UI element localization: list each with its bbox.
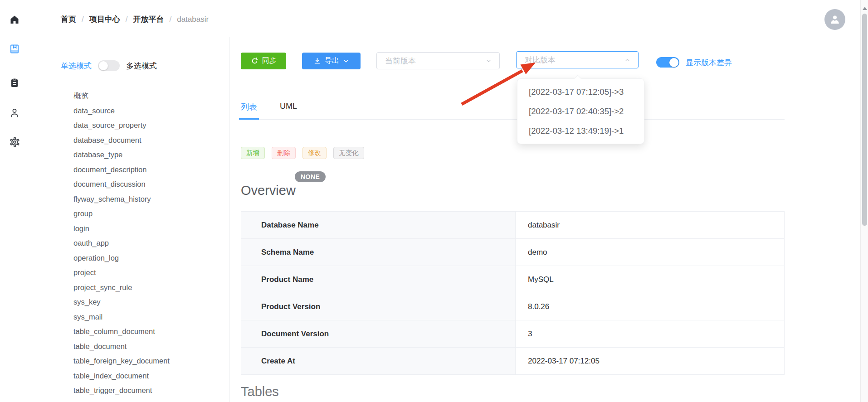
- tab-bar: 列表UML: [241, 102, 785, 120]
- table-list-item[interactable]: 概览: [73, 88, 170, 103]
- row-value: 2022-03-17 07:12:05: [516, 348, 784, 374]
- avatar[interactable]: [824, 9, 845, 30]
- table-row: Product Version8.0.26: [241, 293, 784, 320]
- table-list-item[interactable]: user: [73, 398, 170, 402]
- table-list-item[interactable]: operation_log: [73, 251, 170, 266]
- overview-title: Overview: [241, 183, 296, 198]
- mode-switch-row: 单选模式 多选模式: [61, 59, 157, 72]
- row-label: Product Name: [241, 266, 516, 293]
- tab-uml[interactable]: UML: [280, 102, 297, 119]
- table-list-item[interactable]: database_document: [73, 133, 170, 148]
- table-list-item[interactable]: login: [73, 221, 170, 236]
- icon-rail: [0, 0, 28, 402]
- table-list-item[interactable]: document_description: [73, 162, 170, 177]
- legend-tag-success: 新增: [241, 147, 265, 159]
- table-row: Product NameMySQL: [241, 266, 784, 293]
- tables-section-title: Tables: [241, 384, 279, 399]
- table-row: Database Namedatabasir: [241, 212, 784, 239]
- breadcrumb: 首页/项目中心/开放平台/databasir: [61, 14, 209, 24]
- breadcrumb-item[interactable]: 首页: [61, 14, 76, 24]
- mode-toggle-knob: [99, 61, 108, 70]
- multi-select-mode-label[interactable]: 多选模式: [126, 61, 157, 71]
- table-list-item[interactable]: database_type: [73, 147, 170, 162]
- table-list: 概览data_sourcedata_source_propertydatabas…: [73, 88, 170, 402]
- show-diff-toggle-knob: [669, 58, 678, 67]
- current-version-select[interactable]: 当前版本: [376, 52, 500, 69]
- table-list-item[interactable]: table_trigger_document: [73, 383, 170, 398]
- breadcrumb-separator: /: [126, 15, 128, 24]
- chevron-down-icon: [343, 58, 349, 64]
- version-option[interactable]: [2022-03-17 02:40:35]->2: [517, 102, 644, 121]
- overview-table: Database NamedatabasirSchema NamedemoPro…: [241, 211, 785, 375]
- table-list-item[interactable]: project_sync_rule: [73, 280, 170, 295]
- compare-version-dropdown: [2022-03-17 07:12:05]->3[2022-03-17 02:4…: [517, 78, 644, 144]
- legend-tag-warning: 修改: [302, 147, 327, 159]
- row-value: 3: [516, 320, 784, 347]
- table-list-item[interactable]: sys_mail: [73, 310, 170, 325]
- scrollbar-thumb[interactable]: [862, 14, 867, 226]
- diff-legend: 新增删除修改无变化: [241, 147, 364, 159]
- sync-button[interactable]: 同步: [241, 53, 286, 69]
- breadcrumb-item[interactable]: 项目中心: [89, 14, 120, 24]
- table-list-item[interactable]: data_source_property: [73, 118, 170, 133]
- table-list-item[interactable]: data_source: [73, 103, 170, 118]
- scrollbar[interactable]: [860, 0, 868, 402]
- row-label: Database Name: [241, 212, 516, 238]
- row-label: Product Version: [241, 293, 516, 320]
- sidebar: 单选模式 多选模式 概览data_sourcedata_source_prope…: [28, 37, 229, 402]
- row-value: databasir: [516, 212, 784, 238]
- breadcrumb-separator: /: [82, 15, 84, 24]
- row-value: MySQL: [516, 266, 784, 293]
- clipboard-icon[interactable]: [9, 77, 20, 89]
- table-row: Schema Namedemo: [241, 239, 784, 266]
- row-value: 8.0.26: [516, 293, 784, 320]
- docs-book-icon[interactable]: [9, 43, 20, 55]
- dropdown-options: [2022-03-17 07:12:05]->3[2022-03-17 02:4…: [517, 82, 644, 140]
- tab-list[interactable]: 列表: [241, 102, 257, 119]
- user-icon[interactable]: [9, 107, 20, 119]
- table-list-item[interactable]: oauth_app: [73, 236, 170, 251]
- show-diff-toggle[interactable]: [656, 57, 679, 68]
- compare-version-placeholder: 对比版本: [525, 55, 624, 65]
- scroll-up-arrow-icon[interactable]: [863, 7, 867, 10]
- table-list-item[interactable]: table_document: [73, 339, 170, 354]
- show-diff-label[interactable]: 显示版本差异: [686, 58, 732, 68]
- table-list-item[interactable]: table_foreign_key_document: [73, 354, 170, 368]
- version-option[interactable]: [2022-03-12 13:49:19]->1: [517, 121, 644, 140]
- breadcrumb-item[interactable]: 开放平台: [133, 14, 164, 24]
- version-option[interactable]: [2022-03-17 07:12:05]->3: [517, 82, 644, 102]
- table-list-item[interactable]: table_index_document: [73, 368, 170, 383]
- status-badge: NONE: [295, 171, 326, 182]
- home-icon[interactable]: [9, 14, 20, 25]
- row-label: Document Version: [241, 320, 516, 347]
- table-list-item[interactable]: document_discussion: [73, 177, 170, 192]
- sync-refresh-icon: [251, 57, 258, 65]
- breadcrumb-item[interactable]: databasir: [177, 15, 209, 24]
- legend-tag-info: 无变化: [333, 147, 364, 159]
- row-value: demo: [516, 239, 784, 266]
- table-row: Document Version3: [241, 320, 784, 348]
- export-button[interactable]: 导出: [302, 53, 361, 69]
- app-window: 首页/项目中心/开放平台/databasir 单选模式 多选模式 概览data_…: [0, 0, 868, 402]
- single-select-mode-label[interactable]: 单选模式: [61, 61, 92, 71]
- table-list-item[interactable]: table_column_document: [73, 324, 170, 339]
- row-label: Schema Name: [241, 239, 516, 266]
- compare-version-select[interactable]: 对比版本: [516, 51, 639, 68]
- mode-toggle[interactable]: [98, 60, 120, 71]
- breadcrumb-separator: /: [169, 15, 171, 24]
- table-list-item[interactable]: project: [73, 265, 170, 280]
- settings-gear-icon[interactable]: [9, 136, 20, 148]
- chevron-up-icon: [624, 57, 631, 63]
- header: 首页/项目中心/开放平台/databasir: [28, 0, 860, 37]
- row-label: Create At: [241, 348, 516, 374]
- table-row: Create At2022-03-17 07:12:05: [241, 348, 784, 375]
- current-version-placeholder: 当前版本: [385, 56, 485, 66]
- legend-tag-danger: 删除: [272, 147, 296, 159]
- table-list-item[interactable]: sys_key: [73, 295, 170, 310]
- table-list-item[interactable]: flyway_schema_history: [73, 192, 170, 207]
- table-list-item[interactable]: group: [73, 206, 170, 221]
- chevron-down-icon: [485, 58, 492, 64]
- download-icon: [313, 57, 321, 65]
